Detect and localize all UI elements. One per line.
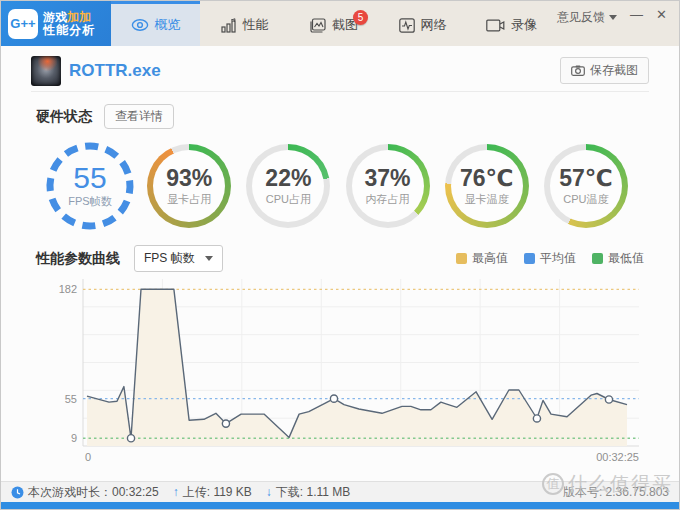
app-logo: G++ 游戏加加 性能分析 (1, 1, 111, 46)
game-duration: 本次游戏时长：00:32:25 (11, 484, 159, 501)
game-title: ROTTR.exe (69, 61, 161, 81)
game-header: ROTTR.exe 保存截图 (31, 54, 649, 92)
svg-text:9: 9 (71, 432, 77, 444)
legend-avg-swatch (524, 253, 535, 264)
save-screenshot-label: 保存截图 (590, 62, 638, 79)
gauge-gpu-temp: 76℃ 显卡温度 (442, 141, 532, 231)
fps-chart-container: 182559000:32:25 (34, 279, 648, 471)
gauge-fps: 55 FPS帧数 (45, 141, 135, 231)
legend-max-swatch (456, 253, 467, 264)
bottom-accent-strip (1, 502, 679, 509)
chart-legend: 最高值 平均值 最低值 (456, 250, 644, 267)
upload-speed: ↑ 上传: 119 KB (173, 484, 252, 501)
close-button[interactable]: ✕ (656, 9, 667, 21)
status-bar: 本次游戏时长：00:32:25 ↑ 上传: 119 KB ↓ 下载: 1.11 … (1, 481, 679, 509)
svg-text:0: 0 (85, 451, 91, 463)
gauge-cpu-usage: 22% CPU占用 (243, 141, 333, 231)
gauges-row: 55 FPS帧数 93% 显卡占用 22% CPU占用 37% 内存占用 (1, 141, 679, 231)
curve-title: 性能参数曲线 (36, 250, 120, 268)
gauge-value: 22% (265, 165, 311, 191)
top-bar: G++ 游戏加加 性能分析 概览 性能 (1, 1, 679, 46)
app-window: G++ 游戏加加 性能分析 概览 性能 (0, 0, 680, 510)
download-arrow-icon: ↓ (266, 485, 272, 499)
gauge-label: CPU温度 (559, 192, 612, 207)
legend-max: 最高值 (456, 250, 508, 267)
fps-chart: 182559000:32:25 (34, 279, 648, 467)
gauge-cpu-temp: 57℃ CPU温度 (541, 141, 631, 231)
bars-icon (221, 18, 237, 33)
legend-min: 最低值 (592, 250, 644, 267)
legend-min-swatch (592, 253, 603, 264)
metric-dropdown[interactable]: FPS 帧数 (134, 245, 223, 272)
chevron-down-icon (205, 256, 213, 261)
chevron-down-icon (609, 15, 617, 20)
gauge-value: 55 (68, 163, 111, 193)
legend-avg: 平均值 (524, 250, 576, 267)
svg-text:55: 55 (65, 393, 77, 405)
gauge-label: CPU占用 (265, 192, 311, 207)
gauge-label: 内存占用 (365, 192, 411, 207)
game-icon (31, 56, 61, 86)
feedback-label: 意见反馈 (557, 9, 605, 26)
camera-icon (571, 65, 585, 76)
gauge-value: 76℃ (460, 165, 513, 191)
curve-section-header: 性能参数曲线 FPS 帧数 最高值 平均值 最低值 (36, 245, 644, 272)
gauge-label: 显卡占用 (166, 192, 212, 207)
save-screenshot-button[interactable]: 保存截图 (560, 57, 649, 84)
upload-arrow-icon: ↑ (173, 485, 179, 499)
eye-icon (131, 18, 149, 32)
hardware-status-title: 硬件状态 (36, 108, 92, 126)
screenshot-count-badge: 5 (353, 10, 368, 25)
gauge-value: 57℃ (559, 165, 612, 191)
tab-label: 录像 (511, 16, 537, 34)
window-controls: 意见反馈 — ✕ (557, 1, 679, 46)
tab-label: 网络 (421, 16, 447, 34)
gamepp-logo-icon: G++ (8, 9, 38, 39)
photo-icon (309, 18, 326, 33)
gauge-label: FPS帧数 (68, 194, 111, 209)
gauge-value: 37% (365, 165, 411, 191)
clock-icon (11, 486, 24, 499)
brand-line1: 游戏加加 (43, 11, 95, 24)
tab-label: 性能 (243, 16, 269, 34)
pulse-icon (399, 18, 415, 33)
gauge-label: 显卡温度 (460, 192, 513, 207)
tab-performance[interactable]: 性能 (200, 1, 289, 46)
metric-dropdown-value: FPS 帧数 (144, 250, 195, 267)
feedback-menu[interactable]: 意见反馈 (557, 9, 617, 26)
tab-record[interactable]: 录像 (467, 1, 556, 46)
tab-screenshot[interactable]: 截图 5 (289, 1, 378, 46)
svg-text:00:32:25: 00:32:25 (596, 451, 639, 463)
view-details-button[interactable]: 查看详情 (104, 104, 174, 129)
tab-label: 概览 (155, 16, 181, 34)
minimize-button[interactable]: — (630, 9, 643, 21)
tab-overview[interactable]: 概览 (111, 1, 200, 46)
gauge-gpu-usage: 93% 显卡占用 (144, 141, 234, 231)
tab-network[interactable]: 网络 (378, 1, 467, 46)
version-number: 版本号: 2.36.75.803 (563, 484, 669, 501)
download-speed: ↓ 下载: 1.11 MB (266, 484, 350, 501)
svg-text:182: 182 (59, 283, 77, 295)
gauge-memory-usage: 37% 内存占用 (343, 141, 433, 231)
brand-line2: 性能分析 (43, 24, 95, 37)
tab-bar: 概览 性能 截图 5 (111, 1, 557, 46)
video-icon (486, 19, 505, 32)
hardware-status-header: 硬件状态 查看详情 (36, 104, 174, 129)
gauge-value: 93% (166, 165, 212, 191)
